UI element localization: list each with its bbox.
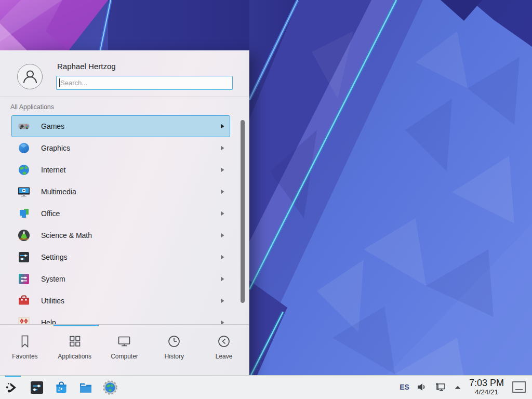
- category-label: Games: [41, 122, 64, 130]
- grid-icon: [67, 334, 83, 349]
- submenu-arrow-icon: [220, 211, 224, 216]
- network-icon: [435, 382, 446, 392]
- bookmark-icon: [17, 334, 33, 349]
- volume-button[interactable]: [417, 382, 428, 392]
- category-graphics[interactable]: Graphics: [11, 137, 230, 159]
- settings-icon: [17, 250, 31, 264]
- system-icon: [17, 272, 31, 286]
- clock-icon: [166, 334, 182, 349]
- launcher-footer: Favorites Applications Computer: [0, 324, 249, 375]
- discover-icon: [54, 380, 69, 395]
- show-desktop-icon: [511, 380, 527, 394]
- category-office[interactable]: Office: [11, 203, 230, 224]
- tab-history[interactable]: History: [149, 334, 199, 375]
- internet-icon: [17, 163, 31, 177]
- multimedia-icon: [17, 185, 31, 198]
- user-avatar[interactable]: [17, 64, 43, 89]
- monitor-icon: [116, 334, 132, 349]
- application-launcher-button[interactable]: [4, 379, 21, 396]
- utilities-icon: [17, 294, 31, 308]
- tab-leave[interactable]: Leave: [199, 334, 249, 375]
- caret-up-icon: [454, 383, 462, 391]
- search-field-wrap: [56, 76, 233, 90]
- section-label: All Applications: [10, 103, 54, 111]
- category-label: Multimedia: [41, 188, 76, 196]
- tab-applications[interactable]: Applications: [50, 334, 100, 375]
- category-settings[interactable]: Settings: [11, 246, 230, 268]
- category-label: Science & Math: [41, 231, 92, 240]
- category-multimedia[interactable]: Multimedia: [11, 181, 230, 203]
- clock-date: 4/24/21: [469, 389, 504, 396]
- system-settings-icon: [29, 380, 45, 395]
- tab-label: History: [165, 353, 184, 360]
- category-system[interactable]: System: [11, 268, 230, 290]
- leave-icon: [216, 334, 232, 349]
- category-utilities[interactable]: Utilities: [11, 290, 230, 312]
- category-internet[interactable]: Internet: [11, 159, 230, 181]
- search-input[interactable]: [56, 76, 233, 90]
- submenu-arrow-icon: [220, 255, 224, 260]
- application-launcher-menu: Raphael Hertzog All Applications: [0, 50, 249, 375]
- category-label: Graphics: [41, 144, 70, 152]
- tab-favorites[interactable]: Favorites: [0, 334, 50, 375]
- system-settings-button[interactable]: [29, 379, 45, 396]
- submenu-arrow-icon: [220, 233, 224, 238]
- tab-computer[interactable]: Computer: [100, 334, 150, 375]
- web-browser-button[interactable]: [102, 379, 118, 396]
- discover-button[interactable]: [53, 379, 70, 396]
- category-label: System: [41, 275, 65, 283]
- globe-gear-icon: [102, 380, 118, 395]
- active-task-indicator: [5, 376, 21, 377]
- file-manager-button[interactable]: [77, 379, 94, 396]
- tab-label: Favorites: [12, 353, 37, 360]
- keyboard-layout-indicator[interactable]: ES: [400, 383, 409, 391]
- submenu-arrow-icon: [220, 298, 224, 303]
- submenu-arrow-icon: [220, 167, 224, 172]
- category-list: Games Graphics: [0, 113, 249, 325]
- folder-icon: [78, 380, 94, 395]
- graphics-icon: [17, 141, 31, 155]
- user-icon: [21, 68, 39, 86]
- kde-launcher-icon: [5, 380, 20, 395]
- category-games[interactable]: Games: [11, 115, 230, 137]
- category-science-math[interactable]: Science & Math: [11, 224, 230, 246]
- games-icon: [17, 119, 31, 133]
- science-icon: [17, 229, 31, 242]
- digital-clock[interactable]: 7:03 PM 4/24/21: [469, 378, 504, 396]
- submenu-arrow-icon: [220, 124, 224, 129]
- submenu-arrow-icon: [220, 145, 224, 151]
- volume-icon: [417, 382, 428, 392]
- tab-label: Computer: [111, 353, 138, 360]
- category-label: Office: [41, 209, 60, 218]
- user-name: Raphael Hertzog: [57, 62, 116, 71]
- clock-time: 7:03 PM: [469, 378, 504, 388]
- menu-scrollbar[interactable]: [241, 120, 245, 303]
- active-tab-indicator: [54, 325, 99, 326]
- office-icon: [17, 207, 31, 220]
- network-button[interactable]: [435, 382, 446, 392]
- submenu-arrow-icon: [220, 189, 224, 194]
- submenu-arrow-icon: [220, 276, 224, 282]
- category-label: Internet: [41, 166, 65, 174]
- launcher-header: Raphael Hertzog: [0, 51, 249, 97]
- category-help[interactable]: Help: [11, 312, 230, 325]
- category-label: Utilities: [41, 297, 64, 305]
- tab-label: Leave: [216, 353, 233, 360]
- show-desktop-button[interactable]: [511, 379, 527, 395]
- category-label: Settings: [41, 253, 68, 261]
- tab-label: Applications: [58, 353, 91, 360]
- taskbar-panel: ES 7:03 PM 4/24/21: [0, 375, 532, 399]
- expand-tray-button[interactable]: [454, 383, 462, 391]
- help-icon: [17, 316, 31, 325]
